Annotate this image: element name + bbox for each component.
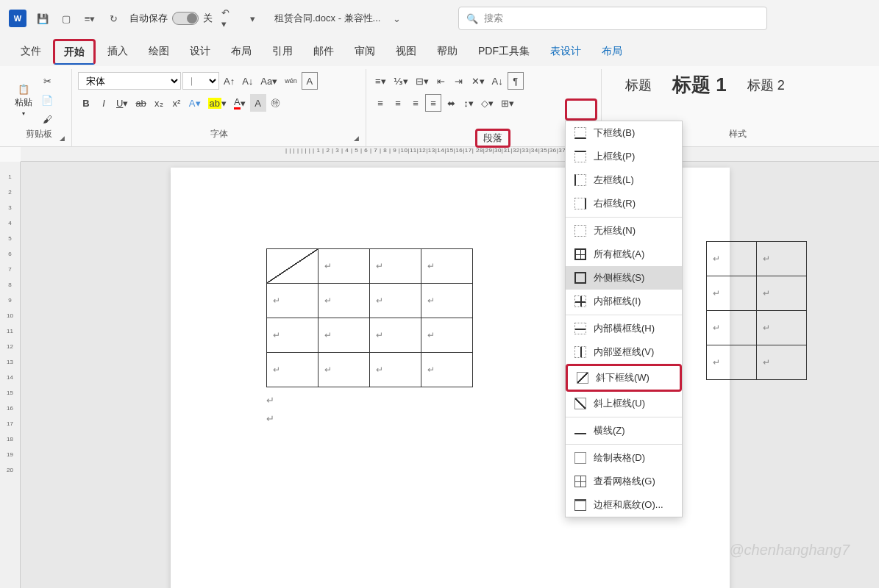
tab-布局[interactable]: 布局	[222, 40, 260, 62]
justify-button[interactable]: ≡	[425, 94, 441, 112]
table-cell[interactable]: ↵	[369, 284, 421, 318]
multilevel-button[interactable]: ⊟▾	[413, 72, 432, 90]
tab-设计[interactable]: 设计	[181, 40, 219, 62]
table-cell[interactable]: ↵	[421, 284, 472, 318]
char-border-button[interactable]: A	[302, 72, 318, 90]
table-cell[interactable]: ↵	[318, 353, 369, 387]
tab-文件[interactable]: 文件	[12, 40, 50, 62]
border-menu-item[interactable]: 查看网格线(G)	[566, 470, 682, 493]
border-menu-item[interactable]: 下框线(B)	[566, 121, 682, 145]
tab-帮助[interactable]: 帮助	[428, 40, 466, 62]
border-menu-item[interactable]: 绘制表格(D)	[566, 446, 682, 470]
paste-button[interactable]: 📋 粘贴 ▾	[12, 81, 35, 120]
document-table[interactable]: ↵↵↵ ↵↵↵↵ ↵↵↵↵ ↵↵↵↵	[266, 248, 473, 387]
present-icon[interactable]: ▢	[59, 11, 74, 26]
show-marks-button[interactable]: ¶	[508, 72, 524, 90]
list-icon[interactable]: ≡▾	[82, 11, 97, 26]
borders-button[interactable]: ⊞▾	[498, 94, 517, 112]
font-size-select[interactable]: 四号	[182, 72, 219, 90]
italic-button[interactable]: I	[96, 94, 112, 112]
more-icon[interactable]: ▾	[245, 11, 260, 26]
table-cell[interactable]: ↵	[266, 284, 318, 318]
asian-layout-button[interactable]: ✕▾	[469, 72, 488, 90]
bullets-button[interactable]: ≡▾	[372, 72, 389, 90]
align-center-button[interactable]: ≡	[390, 94, 406, 112]
table-cell[interactable]: ↵	[318, 318, 369, 353]
title-dropdown-icon[interactable]: ⌄	[389, 11, 404, 26]
border-menu-item[interactable]: 右框线(R)	[566, 192, 682, 215]
tab-插入[interactable]: 插入	[99, 40, 137, 62]
tab-表设计[interactable]: 表设计	[541, 40, 590, 62]
phonetic-button[interactable]: wén	[282, 72, 300, 90]
font-launcher[interactable]: ◢	[354, 135, 363, 143]
underline-button[interactable]: U▾	[113, 94, 131, 112]
cut-button[interactable]: ✂	[39, 72, 55, 90]
border-menu-item[interactable]: 上框线(P)	[566, 145, 682, 168]
border-menu-item[interactable]: 边框和底纹(O)...	[566, 493, 682, 517]
numbering-button[interactable]: ⅓▾	[391, 72, 411, 90]
toggle-switch[interactable]	[172, 12, 199, 25]
border-menu-item[interactable]: 内部横框线(H)	[566, 317, 682, 340]
border-menu-item[interactable]: 所有框线(A)	[566, 243, 682, 266]
grow-font-button[interactable]: A↑	[221, 72, 238, 90]
table-cell[interactable]: ↵	[421, 353, 472, 387]
distribute-button[interactable]: ⬌	[443, 94, 459, 112]
font-color-button[interactable]: A▾	[231, 94, 249, 112]
copy-button[interactable]: 📄	[38, 91, 56, 109]
save-icon[interactable]: 💾	[35, 11, 50, 26]
vertical-ruler[interactable]: 1234567891011121314151617181920	[0, 162, 21, 588]
tab-绘图[interactable]: 绘图	[140, 40, 178, 62]
table-cell[interactable]: ↵	[369, 318, 421, 353]
tab-PDF工具集[interactable]: PDF工具集	[469, 40, 538, 62]
line-spacing-button[interactable]: ↕▾	[460, 94, 477, 112]
table-cell[interactable]: ↵	[421, 249, 472, 284]
style-heading2[interactable]: 标题 2	[747, 76, 785, 94]
search-input[interactable]: 🔍 搜索	[458, 7, 767, 30]
increase-indent-button[interactable]: ⇥	[451, 72, 467, 90]
bold-button[interactable]: B	[78, 94, 94, 112]
table-cell[interactable]: ↵	[421, 318, 472, 353]
tab-布局[interactable]: 布局	[593, 40, 631, 62]
table-cell[interactable]: ↵	[369, 249, 421, 284]
table-cell[interactable]: ↵	[318, 284, 369, 318]
tab-视图[interactable]: 视图	[387, 40, 425, 62]
decrease-indent-button[interactable]: ⇤	[433, 72, 449, 90]
tab-审阅[interactable]: 审阅	[346, 40, 384, 62]
border-menu-item[interactable]: 横线(Z)	[566, 419, 682, 442]
superscript-button[interactable]: x²	[168, 94, 185, 112]
tab-开始[interactable]: 开始	[53, 39, 96, 65]
align-right-button[interactable]: ≡	[408, 94, 424, 112]
tab-引用[interactable]: 引用	[263, 40, 302, 62]
border-menu-item[interactable]: 无框线(N)	[566, 219, 682, 243]
highlight-button[interactable]: ab▾	[205, 94, 229, 112]
table-cell[interactable]: ↵	[707, 311, 757, 345]
strike-button[interactable]: ab	[132, 94, 149, 112]
table-cell[interactable]: ↵	[318, 249, 369, 284]
subscript-button[interactable]: x₂	[151, 94, 167, 112]
sort-button[interactable]: A↓	[489, 72, 506, 90]
clipboard-launcher[interactable]: ◢	[60, 135, 68, 143]
shrink-font-button[interactable]: A↓	[239, 72, 256, 90]
font-name-select[interactable]: 宋体	[78, 72, 181, 90]
document-table-right[interactable]: ↵↵ ↵↵ ↵↵ ↵↵	[706, 241, 807, 380]
tab-邮件[interactable]: 邮件	[305, 40, 343, 62]
enclose-char-button[interactable]: ㊕	[268, 94, 284, 112]
table-cell[interactable]	[266, 249, 318, 284]
table-cell[interactable]: ↵	[266, 353, 318, 387]
border-menu-item[interactable]: 左框线(L)	[566, 168, 682, 192]
shading-button[interactable]: ◇▾	[478, 94, 497, 112]
table-cell[interactable]: ↵	[707, 276, 757, 311]
table-cell[interactable]: ↵	[757, 276, 807, 311]
table-cell[interactable]: ↵	[266, 318, 318, 353]
border-menu-item[interactable]: 内部框线(I)	[566, 290, 682, 313]
undo-icon[interactable]: ↶ ▾	[221, 11, 236, 26]
table-cell[interactable]: ↵	[757, 242, 807, 276]
border-menu-item[interactable]: 外侧框线(S)	[566, 266, 682, 290]
style-title[interactable]: 标题	[625, 76, 652, 94]
table-cell[interactable]: ↵	[707, 242, 757, 276]
border-menu-item[interactable]: 斜上框线(U)	[566, 392, 682, 415]
style-heading1[interactable]: 标题 1	[672, 72, 727, 98]
border-menu-item[interactable]: 内部竖框线(V)	[566, 340, 682, 364]
char-shading-button[interactable]: A	[250, 94, 266, 112]
change-case-button[interactable]: Aa▾	[257, 72, 280, 90]
